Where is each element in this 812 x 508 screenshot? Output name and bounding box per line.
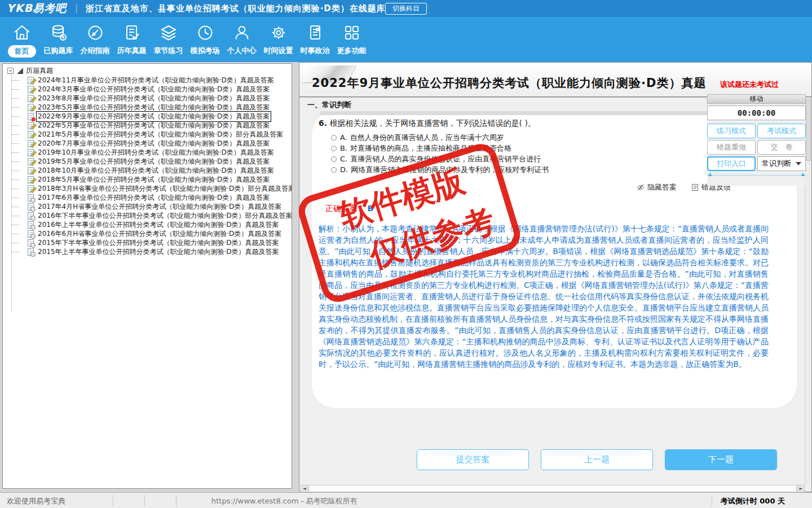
options-list: A. 自然人身份的直播营销人员，应当年满十六周岁 B. 对直播销售的商品，主播应… [331,132,549,175]
toolbar-label: 历年真题 [113,46,150,56]
correct-answer-line: 正确答案： B [325,204,373,214]
scrollbar-thumb[interactable] [806,99,811,161]
toolbar-label: 时间设置 [260,46,297,56]
tree-item-label: 2022年5月事业单位公开招聘分类考试（职业能力倾向测验·D类）真题及答案 [37,121,271,130]
answer-option[interactable]: C. 直播营销人员的真实身份信息认证，应由直播营销平台进行 [331,154,549,164]
chevron-down-icon [796,162,801,165]
tree-item-label: 2016年下半年事业单位公开招聘分类考试（职业能力倾向测验·D类）部分真题及答案 [37,211,292,221]
tree-item[interactable]: 2016年上半年事业单位公开招聘分类考试（职业能力倾向测验·D类）真题及答案 [3,220,280,229]
tree-item[interactable]: 2022年9月事业单位公开招聘分类考试（职业能力倾向测验·D类）真题及答案 [3,112,271,121]
statusbar: 欢迎使用易考宝典 https://www.etest8.com－易考吧版权所有 … [0,492,812,508]
doc-eye-icon [28,239,34,247]
palette-move-handle[interactable]: 移动 [707,94,806,104]
tree-item[interactable]: 2023年5月事业单位公开招聘分类考试（职业能力倾向测验·D类）真题及答案 [3,103,271,112]
toolbar-item-guide[interactable]: 介绍指南 [77,17,113,62]
tree-item[interactable]: 2017年6月事业单位公开招聘分类考试（职业能力倾向测验·D类）真题及答案 [3,193,271,202]
doc-edit-icon [28,140,34,147]
scrollbar-thumb[interactable] [308,485,797,492]
tree-connector [12,125,20,126]
layers-icon [158,34,179,45]
app-title: 浙江省直及地市、县事业单位招聘考试（职业能力倾向测验·D类）在线题库 [86,3,399,14]
horizontal-scrollbar[interactable]: ◄ ► [301,485,805,492]
tree-item-label: 2018年10月事业单位公开招聘分类考试（职业能力倾向测验·D类）真题及答案 [37,166,275,176]
logo-divider: ｜ [72,3,81,15]
toolbar-item-more[interactable]: 更多功能 [333,17,370,62]
tree-item[interactable]: 2018年10月事业单位公开招聘分类考试（职业能力倾向测验·D类）真题及答案 [3,166,275,175]
tree-item-label: 2015年下半年事业单位公开招聘分类考试（职业能力倾向测验·D类）真题及答案 [37,238,280,248]
doc-edit-icon [28,131,34,138]
answer-option[interactable]: B. 对直播销售的商品，主播应抽检商品质量是否合格 [331,143,549,154]
radio-icon[interactable] [331,167,337,173]
doc-edit-icon [28,104,34,111]
doc-eye-icon [28,203,34,211]
answer-option[interactable]: A. 自然人身份的直播营销人员，应当年满十六周岁 [331,132,549,143]
tree-item[interactable]: 2019年5月事业单位公开招聘分类考试（职业能力倾向测验·D类）真题及答案 [3,157,271,166]
collapse-icon[interactable] [7,68,14,74]
tree-item-label: 2018年5月事业单位公开招聘分类考试（职业能力倾向测验·D类）真题及答案 [37,175,271,185]
tree-connector [12,225,20,225]
hand-in-paper-button[interactable]: 交 卷 [757,140,806,155]
app-titlebar: YKB易考吧 ｜ 浙江省直及地市、县事业单位招聘考试（职业能力倾向测验·D类）在… [0,0,812,17]
previous-question-button[interactable]: 上一题 [541,449,653,470]
section-dropdown[interactable]: 常识判断 [757,156,806,171]
tree-item[interactable]: 2021年5月事业单位公开招聘分类考试（职业能力倾向测验·D类）部分真题及答案 [3,130,284,139]
tree-connector [12,234,20,234]
switch-subject-button[interactable]: 切换科目 [385,3,427,15]
toolbar-item-current-affairs[interactable]: 时事政治 [297,17,333,62]
tree-item-label: 2020年7月事业单位公开招聘分类考试（职业能力倾向测验·D类）真题及答案 [37,139,271,148]
radio-icon[interactable] [331,156,337,162]
option-key: C. [340,155,347,163]
tree-item[interactable]: 2019年10月事业单位公开招聘分类考试（职业能力倾向测验·D类）真题及答案 [3,148,275,157]
answer-option[interactable]: D. 网络直播营销主播推销的商品中涉及专利的，应核对专利证书 [331,164,549,175]
hide-answer-button[interactable]: 隐藏答案 [637,182,677,192]
redo-wrong-button[interactable]: 错题重做 [707,140,756,155]
radio-icon[interactable] [331,146,337,151]
doc-edit-icon [28,86,34,93]
tree-item[interactable]: 2022年5月事业单位公开招聘分类考试（职业能力倾向测验·D类）真题及答案 [3,121,271,130]
tree-item[interactable]: 2015年上半年事业单位公开招聘分类考试（职业能力倾向测验·D类）真题及答案 [3,247,280,256]
tree-connector [12,161,20,162]
tree-item[interactable]: 2018年3月H省事业单位公开招聘分类考试（职业能力倾向测验·D类）部分真题及答… [3,184,292,193]
exam-countdown: 考试倒计时 000 天 [721,496,785,506]
toolbar-item-purchased[interactable]: 已购题库 [40,17,77,62]
tree-item[interactable]: 2020年7月事业单位公开招聘分类考试（职业能力倾向测验·D类）真题及答案 [3,139,271,148]
tree-item-label: 2016年6月H省事业单位公开招聘分类考试（职业能力倾向测验·D类）真题及答案 [37,229,283,239]
scroll-right-icon[interactable]: ► [797,485,805,492]
control-palette: 移动 00:00:00 练习模式 考试模式 错题重做 交 卷 打印入口 常识判断… [707,94,806,186]
submit-answer-button[interactable]: 提交答案 [417,449,529,470]
practice-mode-button[interactable]: 练习模式 [707,124,756,138]
toolbar-item-past-papers[interactable]: 历年真题 [113,17,150,62]
tree-connector [12,179,20,180]
next-question-button[interactable]: 下一题 [665,449,777,470]
toolbar-label: 首页 [8,45,36,58]
option-text: 网络直播营销主播推销的商品中涉及专利的，应核对专利证书 [351,165,549,175]
folder-icon [17,68,23,74]
radio-icon[interactable] [331,135,337,141]
statusbar-separator [144,495,145,506]
toolbar-item-mock-exam[interactable]: 模拟考场 [187,17,223,62]
tree-item[interactable]: 2024年3月事业单位公开招聘分类考试（职业能力倾向测验·D类）真题及答案 [3,85,271,94]
tree-item-label: 2017年6月事业单位公开招聘分类考试（职业能力倾向测验·D类）真题及答案 [37,193,271,203]
tree-item[interactable]: 2018年5月事业单位公开招聘分类考试（职业能力倾向测验·D类）真题及答案 [3,175,271,184]
exam-mode-button[interactable]: 考试模式 [757,124,806,138]
toolbar-item-profile[interactable]: 个人中心 [223,17,260,62]
print-entry-button[interactable]: 打印入口 [707,156,756,171]
tree-item[interactable]: 2023年8月事业单位公开招聘分类考试（职业能力倾向测验·D类）真题及答案 [3,94,271,103]
tree-connector [12,198,20,198]
scroll-left-icon[interactable]: ◄ [301,485,308,492]
toolbar-item-chapter-practice[interactable]: 章节练习 [150,17,187,62]
tree-item[interactable]: 2015年下半年事业单位公开招聘分类考试（职业能力倾向测验·D类）真题及答案 [3,238,280,247]
toolbar-item-home[interactable]: 首页 [3,17,40,62]
tree-item[interactable]: 2016年下半年事业单位公开招聘分类考试（职业能力倾向测验·D类）部分真题及答案 [3,211,292,220]
tree-connector [12,170,20,171]
toolbar-label: 更多功能 [333,46,370,56]
toolbar-item-time-settings[interactable]: 时间设置 [260,17,297,62]
doc-pin-icon [28,113,34,120]
doc-eye-icon [28,230,34,238]
tree-item-label: 2017年4月H省事业单位公开招聘分类考试（职业能力倾向测验·D类）真题及答案 [37,202,283,212]
tree-item[interactable]: 2024年11月事业单位公开招聘分类考试（职业能力倾向测验·D类）真题及答案 [3,76,275,85]
tree-item[interactable]: 2016年6月H省事业单位公开招聘分类考试（职业能力倾向测验·D类）真题及答案 [3,229,283,238]
tree-root[interactable]: 历届真题 [7,66,53,75]
tree-item[interactable]: 2017年4月H省事业单位公开招聘分类考试（职业能力倾向测验·D类）真题及答案 [3,202,283,211]
palette-dock-splitter[interactable]: ▲ ▲ [707,175,806,176]
